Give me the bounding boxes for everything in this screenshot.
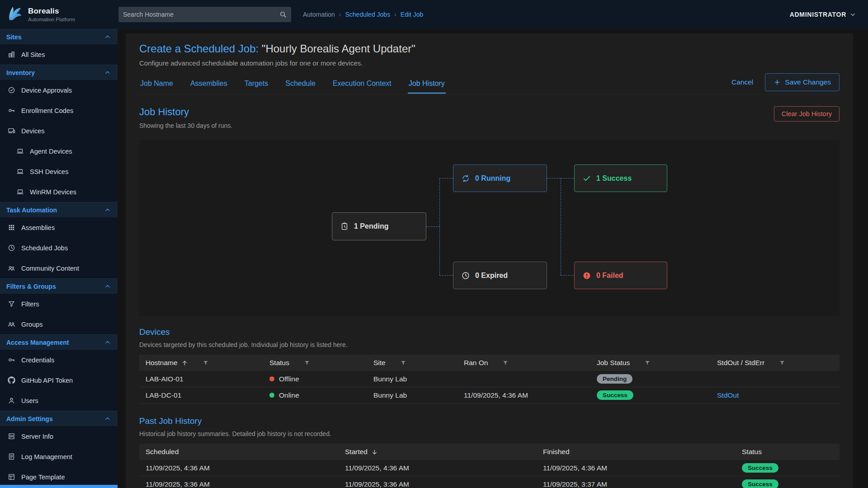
sidebar-item-device-approvals[interactable]: Device Approvals (0, 80, 118, 100)
sidebar-section-task-automation[interactable]: Task Automation (0, 202, 118, 217)
sidebar-item-enrollment-codes[interactable]: Enrollment Codes (0, 100, 118, 121)
filter-icon[interactable] (644, 360, 651, 366)
status-cell: Offline (269, 375, 373, 383)
tab-schedule[interactable]: Schedule (284, 74, 316, 94)
tab-job-history[interactable]: Job History (408, 74, 446, 94)
filter-icon[interactable] (400, 360, 406, 366)
column-header-finished[interactable]: Finished (543, 448, 742, 456)
laptop-icon (16, 147, 24, 155)
sidebar-item-github-api-token[interactable]: GitHub API Token (0, 370, 118, 390)
sidebar-item-label: Page Template (21, 474, 65, 481)
finished-cell: 11/09/2025, 3:37 AM (543, 480, 742, 488)
finished-cell: 11/09/2025, 4:36 AM (543, 464, 742, 472)
flow-node-expired: 0 Expired (453, 262, 547, 289)
sidebar-item-community-content[interactable]: Community Content (0, 258, 118, 278)
sidebar-section-access-management[interactable]: Access Management (0, 334, 118, 350)
sidebar-item-winrm-devices[interactable]: WinRM Devices (0, 182, 118, 202)
breadcrumb-automation[interactable]: Automation (303, 11, 335, 18)
filter-icon[interactable] (304, 360, 310, 366)
log-file-icon (8, 453, 15, 460)
column-header-status[interactable]: Status (742, 448, 840, 456)
brand-subtitle: Automation Platform (28, 17, 75, 22)
breadcrumb-separator: › (339, 11, 341, 18)
sidebar-item-groups[interactable]: Groups (0, 314, 118, 334)
sidebar-item-devices[interactable]: Devices (0, 121, 118, 141)
past-job-history-heading: Past Job History (139, 416, 840, 426)
check-icon (582, 174, 591, 183)
tab-job-name[interactable]: Job Name (139, 74, 174, 94)
column-header-ran-on[interactable]: Ran On (464, 359, 597, 367)
sidebar-item-label: Server Info (21, 433, 53, 440)
tab-execution-context[interactable]: Execution Context (332, 74, 392, 94)
sidebar-section-filters-groups[interactable]: Filters & Groups (0, 278, 118, 294)
column-header-stdout-stderr[interactable]: StdOut / StdErr (717, 359, 839, 367)
user-menu[interactable]: ADMINISTRATOR (790, 11, 856, 18)
past-table-header: Scheduled Started Finished Status (139, 444, 840, 460)
sidebar-item-page-template[interactable]: Page Template (0, 467, 118, 487)
sidebar-item-scheduled-jobs[interactable]: Scheduled Jobs (0, 238, 118, 258)
sync-icon (461, 174, 470, 183)
filter-icon[interactable] (203, 360, 209, 366)
save-changes-button[interactable]: Save Changes (765, 73, 840, 91)
flow-node-failed: 0 Failed (574, 262, 667, 289)
sidebar-item-log-management[interactable]: Log Management (0, 446, 118, 467)
sidebar-section-admin-settings[interactable]: Admin Settings (0, 411, 118, 426)
column-header-status[interactable]: Status (269, 359, 373, 367)
sidebar-section-sites[interactable]: Sites (0, 29, 118, 44)
hostname-cell: LAB-DC-01 (146, 391, 269, 399)
sidebar-item-server-info[interactable]: Server Info (0, 426, 118, 446)
column-header-started[interactable]: Started (345, 448, 543, 456)
breadcrumb-scheduled-jobs[interactable]: Scheduled Jobs (345, 11, 391, 18)
person-icon (8, 397, 15, 404)
chevron-up-icon (104, 33, 111, 41)
pending-badge: Pending (597, 374, 632, 384)
cancel-button[interactable]: Cancel (731, 78, 753, 86)
tab-targets[interactable]: Targets (244, 74, 269, 94)
flow-node-running: 0 Running (453, 164, 547, 192)
scheduled-cell: 11/09/2025, 4:36 AM (146, 464, 345, 472)
past-job-history-table: Scheduled Started Finished Status 11/09/… (139, 444, 840, 488)
sidebar-scrollbar[interactable] (0, 485, 118, 488)
search-icon[interactable] (279, 11, 287, 18)
sidebar-item-label: Assemblies (21, 224, 55, 231)
building-icon (8, 51, 15, 58)
column-header-scheduled[interactable]: Scheduled (146, 448, 345, 456)
filter-icon[interactable] (779, 360, 785, 366)
people-icon (8, 264, 15, 272)
sidebar-item-filters[interactable]: Filters (0, 294, 118, 314)
clock-icon (8, 244, 15, 252)
started-cell: 11/09/2025, 4:36 AM (345, 464, 543, 472)
sidebar-item-all-sites[interactable]: All Sites (0, 44, 118, 65)
filter-icon[interactable] (502, 360, 509, 366)
devices-subtitle: Devices targeted by this scheduled job. … (139, 341, 840, 348)
offline-status-dot (269, 376, 274, 381)
edit-job-panel: Create a Scheduled Job: "Hourly Borealis… (126, 33, 853, 488)
sidebar-item-users[interactable]: Users (0, 390, 118, 411)
column-header-hostname[interactable]: Hostname (146, 359, 269, 367)
error-icon (582, 271, 591, 280)
laptop-icon (16, 188, 24, 196)
hostname-search[interactable] (118, 7, 291, 22)
column-header-job-status[interactable]: Job Status (597, 359, 717, 367)
search-input[interactable] (123, 11, 279, 18)
clear-job-history-button[interactable]: Clear Job History (774, 106, 840, 122)
sidebar-item-credentials[interactable]: Credentials (0, 350, 118, 370)
past-job-row: 11/09/2025, 3:36 AM 11/09/2025, 3:36 AM … (139, 476, 840, 488)
flow-node-pending: 1 Pending (332, 212, 426, 240)
key-icon (8, 107, 15, 114)
column-header-site[interactable]: Site (373, 359, 464, 367)
sidebar-item-label: Groups (21, 321, 43, 328)
devices-table: Hostname Status Site Ran On (139, 355, 840, 404)
sidebar-item-assemblies[interactable]: Assemblies (0, 217, 118, 238)
sidebar-item-ssh-devices[interactable]: SSH Devices (0, 161, 118, 182)
section-label: Filters & Groups (6, 283, 56, 290)
tab-assemblies[interactable]: Assemblies (189, 74, 228, 94)
sidebar-item-label: Users (21, 397, 38, 404)
sidebar-item-agent-devices[interactable]: Agent Devices (0, 141, 118, 161)
sort-ascending-icon (181, 360, 188, 366)
sort-descending-icon (371, 449, 378, 455)
stdout-link[interactable]: StdOut (717, 391, 739, 399)
sidebar-item-label: WinRM Devices (30, 188, 76, 196)
sidebar: Sites All Sites Inventory Device Approva… (0, 29, 118, 488)
sidebar-section-inventory[interactable]: Inventory (0, 65, 118, 80)
